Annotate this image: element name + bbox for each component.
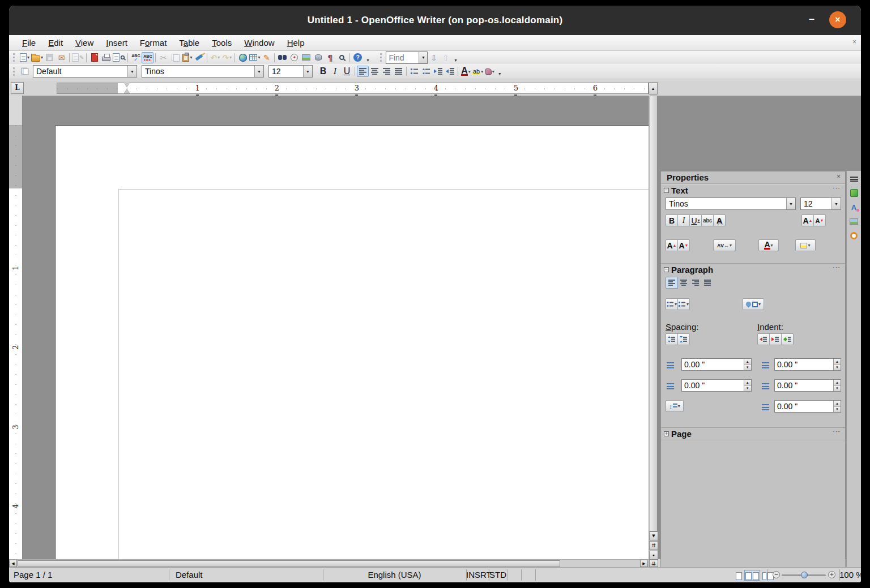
sidebar-font-name-combobox[interactable]: Tinos — [666, 198, 796, 210]
undo-button[interactable]: ↶ — [209, 52, 221, 63]
decrease-spacing-button[interactable] — [677, 333, 690, 345]
sidebar-align-center-button[interactable] — [677, 277, 690, 289]
zoom-in-button[interactable]: + — [828, 571, 835, 578]
find-next-button[interactable]: ⇩ — [428, 52, 440, 63]
find-input[interactable] — [386, 52, 419, 63]
navigator-button[interactable]: ✦ — [288, 52, 300, 63]
tab-navigator[interactable] — [848, 229, 860, 242]
sidebar-decrease-indent-button[interactable] — [769, 333, 782, 345]
print-button[interactable] — [100, 52, 112, 63]
status-selection-mode[interactable]: STD — [489, 570, 507, 580]
find-toolbar-overflow[interactable] — [453, 53, 458, 63]
close-button[interactable]: × — [829, 11, 846, 28]
before-indent-input[interactable] — [775, 359, 833, 370]
zoom-out-button[interactable]: − — [773, 571, 780, 578]
hyperlink-button[interactable] — [237, 52, 249, 63]
tab-properties[interactable] — [848, 187, 860, 199]
collapse-icon[interactable]: − — [664, 188, 669, 193]
above-spacing-input[interactable] — [682, 359, 744, 370]
status-page-style[interactable]: Default — [176, 570, 203, 580]
navigation-button[interactable] — [649, 551, 658, 560]
view-multiple-pages-button[interactable] — [745, 570, 760, 580]
paragraph-background-button[interactable] — [743, 298, 764, 310]
superscript-button[interactable]: A▲ — [666, 239, 678, 251]
document-close-icon[interactable]: × — [852, 38, 856, 46]
scroll-left-button[interactable] — [9, 560, 17, 567]
document-page[interactable] — [55, 126, 649, 559]
vertical-ruler[interactable]: 1 2 3 4 — [9, 96, 23, 559]
grow-font-button[interactable]: A▲ — [801, 214, 814, 226]
menu-format[interactable]: Format — [134, 36, 173, 49]
background-color-button[interactable] — [484, 66, 496, 77]
horizontal-scrollbar-thumb[interactable] — [18, 560, 560, 566]
sidebar-bullets-button[interactable] — [666, 298, 678, 310]
paragraph-section-header[interactable]: − Paragraph ··· — [661, 263, 845, 276]
zoom-slider-thumb[interactable] — [801, 572, 808, 578]
previous-page-button[interactable] — [649, 541, 658, 550]
switch-indent-button[interactable] — [781, 333, 794, 345]
menu-window[interactable]: Window — [238, 36, 280, 49]
decrease-indent-button[interactable] — [432, 66, 444, 77]
scroll-up-button[interactable] — [649, 82, 658, 95]
status-insert-mode[interactable]: INSRT — [466, 570, 489, 580]
font-name-combobox[interactable]: Tinos — [142, 65, 264, 78]
line-spacing-button[interactable]: ↕ — [666, 400, 684, 412]
page-section-header[interactable]: + Page ··· — [661, 427, 845, 440]
spin-up-icon[interactable] — [744, 359, 751, 365]
spin-up-icon[interactable] — [744, 380, 751, 386]
help-button[interactable]: ? — [352, 52, 364, 63]
spin-up-icon[interactable] — [834, 401, 841, 407]
italic-button[interactable]: I — [329, 66, 341, 77]
styles-panel-button[interactable] — [19, 66, 31, 77]
dropdown-icon[interactable] — [786, 198, 795, 209]
status-zoom-percent[interactable]: 100 % — [839, 570, 860, 580]
paragraph-style-combobox[interactable]: Default — [33, 65, 137, 78]
horizontal-ruler[interactable]: 1 2 3 4 5 6 — [57, 83, 649, 94]
spin-down-icon[interactable] — [744, 386, 751, 392]
spin-down-icon[interactable] — [834, 386, 841, 392]
vertical-scrollbar[interactable] — [649, 96, 658, 567]
character-spacing-button[interactable]: AV↔ — [713, 239, 736, 251]
dropdown-icon[interactable] — [831, 198, 841, 209]
open-button[interactable] — [31, 52, 44, 63]
shrink-font-button[interactable]: A▼ — [813, 214, 826, 226]
collapse-icon[interactable]: − — [664, 267, 669, 272]
view-single-page-button[interactable] — [736, 572, 742, 580]
menu-insert[interactable]: Insert — [100, 36, 134, 49]
spin-down-icon[interactable] — [834, 365, 841, 371]
spellcheck-button[interactable]: ABC✓ — [130, 52, 142, 63]
vertical-scrollbar-thumb[interactable] — [650, 96, 658, 531]
sidebar-underline-button[interactable]: U — [689, 214, 702, 226]
subscript-button[interactable]: A▼ — [677, 239, 690, 251]
align-right-button[interactable] — [381, 66, 393, 77]
menu-view[interactable]: View — [69, 36, 100, 49]
bullets-button[interactable] — [420, 66, 432, 77]
document-area[interactable] — [23, 96, 649, 559]
increase-spacing-button[interactable] — [666, 333, 678, 345]
font-dropdown-icon[interactable] — [254, 66, 263, 77]
data-sources-button[interactable] — [312, 52, 324, 63]
align-left-button[interactable] — [357, 66, 369, 77]
justify-button[interactable] — [393, 66, 404, 77]
shadow-button[interactable]: A — [713, 214, 726, 226]
paragraph-section-more-button[interactable]: ··· — [833, 264, 841, 271]
indent-marker[interactable] — [124, 83, 130, 94]
gallery-button[interactable] — [300, 52, 312, 63]
sidebar-menu-button[interactable] — [848, 173, 860, 185]
toolbar-overflow-button[interactable] — [365, 53, 370, 63]
find-previous-button[interactable]: ⇧ — [440, 52, 451, 63]
text-section-more-button[interactable]: ··· — [833, 184, 841, 191]
sidebar-justify-button[interactable] — [701, 277, 714, 289]
tab-styles[interactable]: A — [848, 201, 860, 213]
next-page-button[interactable] — [649, 560, 658, 567]
bold-button[interactable]: B — [317, 66, 329, 77]
find-replace-button[interactable] — [276, 52, 288, 63]
firstline-indent-input[interactable] — [775, 401, 833, 412]
numbering-button[interactable] — [408, 66, 420, 77]
paste-button[interactable] — [181, 52, 193, 63]
status-language[interactable]: English (USA) — [323, 570, 466, 580]
toolbar-drag-handle[interactable] — [380, 53, 384, 62]
draw-functions-button[interactable]: ✎ — [261, 52, 272, 63]
scroll-right-button[interactable] — [640, 560, 648, 567]
edit-file-button[interactable]: ✎ — [71, 52, 84, 63]
